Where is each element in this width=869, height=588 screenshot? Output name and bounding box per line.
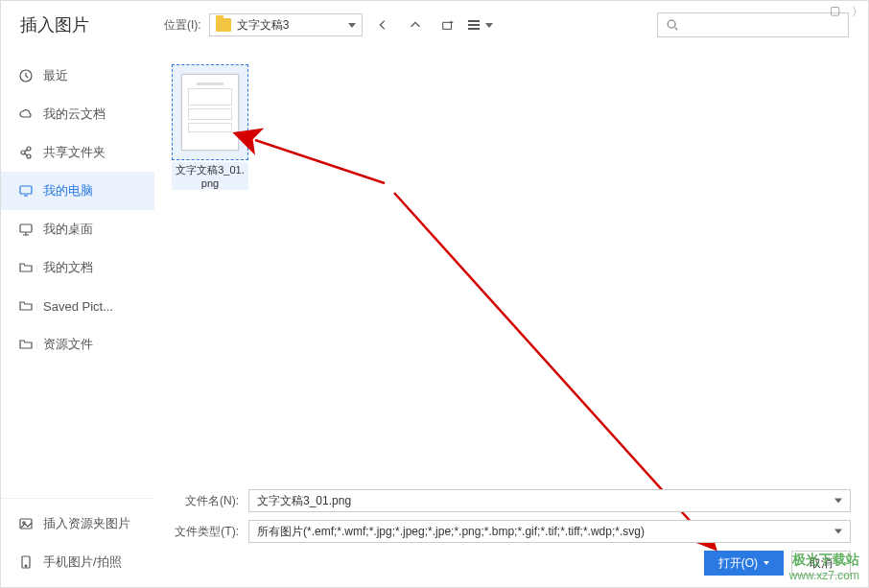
button-row: 打开(O) 取消 (172, 551, 851, 576)
file-item[interactable]: 文字文稿3_01.png (172, 64, 248, 190)
svg-point-11 (25, 565, 27, 567)
sidebar-item-resources[interactable]: 资源文件 (1, 325, 154, 364)
new-folder-button[interactable] (435, 13, 460, 36)
sidebar-item-recent[interactable]: 最近 (1, 57, 154, 95)
monitor-icon (18, 183, 34, 199)
chevron-down-icon (485, 23, 493, 28)
sidebar-item-phone-photo[interactable]: 手机图片/拍照 (1, 543, 154, 581)
svg-point-5 (27, 154, 31, 158)
open-button-label: 打开(O) (718, 555, 758, 572)
folder-icon (18, 298, 34, 314)
filename-label: 文件名(N): (172, 493, 239, 509)
file-thumbnail (172, 64, 248, 160)
sidebar-item-computer[interactable]: 我的电脑 (1, 172, 154, 210)
sidebar-item-insert-resource[interactable]: 插入资源夹图片 (1, 505, 154, 543)
view-mode-button[interactable] (468, 13, 493, 36)
svg-point-4 (27, 147, 31, 151)
filename-input[interactable]: 文字文稿3_01.png (248, 489, 851, 512)
sidebar-item-saved-pictures[interactable]: Saved Pict... (1, 287, 154, 325)
search-input[interactable] (657, 12, 849, 37)
sidebar-item-cloud[interactable]: 我的云文档 (1, 95, 154, 133)
dialog-title: 插入图片 (11, 13, 164, 36)
folder-icon (18, 260, 34, 275)
cancel-button-label: 取消 (810, 555, 833, 572)
filename-value: 文字文稿3_01.png (257, 493, 351, 509)
svg-rect-0 (442, 22, 451, 29)
sidebar-item-label: 我的电脑 (43, 182, 93, 200)
chevron-down-icon (763, 561, 769, 565)
folder-name: 文字文稿3 (237, 17, 290, 34)
chevron-down-icon (834, 529, 842, 534)
search-icon (666, 18, 679, 32)
sidebar-item-label: Saved Pict... (43, 299, 113, 314)
filetype-row: 文件类型(T): 所有图片(*.emf;*.wmf;*.jpg;*.jpeg;*… (172, 520, 851, 543)
sidebar-item-label: 共享文件夹 (43, 144, 106, 161)
sidebar-item-label: 我的云文档 (43, 106, 106, 123)
chevron-down-icon (348, 23, 356, 28)
svg-point-3 (21, 151, 25, 154)
desktop-icon (18, 222, 34, 237)
list-icon (468, 20, 480, 30)
location-bar: 位置(I): 文字文稿3 (164, 12, 858, 37)
bottom-panel: 文件名(N): 文字文稿3_01.png 文件类型(T): 所有图片(*.emf… (172, 482, 851, 576)
sidebar-item-label: 资源文件 (43, 336, 93, 353)
sidebar-item-label: 我的文档 (43, 259, 93, 276)
sidebar-actions: 插入资源夹图片 手机图片/拍照 (1, 498, 154, 587)
svg-rect-6 (20, 186, 32, 194)
insert-picture-dialog: ▢ 〉 插入图片 位置(I): 文字文稿3 (0, 0, 869, 588)
file-name: 文字文稿3_01.png (172, 162, 248, 190)
main-area: 最近 我的云文档 共享文件夹 我的电脑 我的桌面 (1, 49, 868, 587)
window-controls: ▢ 〉 (830, 4, 863, 20)
sidebar-item-label: 最近 (43, 67, 68, 84)
up-button[interactable] (403, 13, 428, 36)
sidebar-item-label: 手机图片/拍照 (43, 553, 122, 571)
folder-icon (216, 18, 231, 32)
sidebar-item-shared[interactable]: 共享文件夹 (1, 133, 154, 172)
filetype-label: 文件类型(T): (172, 524, 239, 540)
sidebar-item-label: 我的桌面 (43, 221, 93, 238)
sidebar: 最近 我的云文档 共享文件夹 我的电脑 我的桌面 (1, 49, 154, 587)
open-button[interactable]: 打开(O) (704, 551, 784, 576)
filename-row: 文件名(N): 文字文稿3_01.png (172, 489, 851, 512)
sidebar-item-label: 插入资源夹图片 (43, 515, 130, 532)
maximize-icon[interactable]: ▢ (830, 4, 840, 20)
share-icon (18, 145, 34, 160)
svg-rect-7 (20, 224, 32, 232)
header: 插入图片 位置(I): 文字文稿3 (1, 1, 868, 49)
cancel-button[interactable]: 取消 (791, 551, 851, 576)
filetype-select[interactable]: 所有图片(*.emf;*.wmf;*.jpg;*.jpeg;*.jpe;*.pn… (248, 520, 851, 543)
sidebar-item-documents[interactable]: 我的文档 (1, 248, 154, 287)
file-grid: 文字文稿3_01.png (172, 60, 851, 482)
svg-point-1 (668, 20, 675, 28)
close-icon[interactable]: 〉 (852, 4, 863, 20)
back-button[interactable] (370, 13, 395, 36)
image-insert-icon (18, 516, 34, 531)
phone-icon (18, 554, 34, 570)
location-label: 位置(I): (164, 17, 201, 34)
cloud-icon (18, 106, 34, 122)
sidebar-locations: 最近 我的云文档 共享文件夹 我的电脑 我的桌面 (1, 57, 154, 498)
filetype-value: 所有图片(*.emf;*.wmf;*.jpg;*.jpeg;*.jpe;*.pn… (257, 524, 645, 540)
folder-icon (18, 337, 34, 352)
clock-icon (18, 68, 34, 83)
chevron-down-icon (834, 499, 842, 504)
content: 文字文稿3_01.png 文件名(N): 文字文稿3_01.png (154, 49, 868, 587)
sidebar-item-desktop[interactable]: 我的桌面 (1, 210, 154, 248)
folder-select[interactable]: 文字文稿3 (209, 13, 363, 36)
